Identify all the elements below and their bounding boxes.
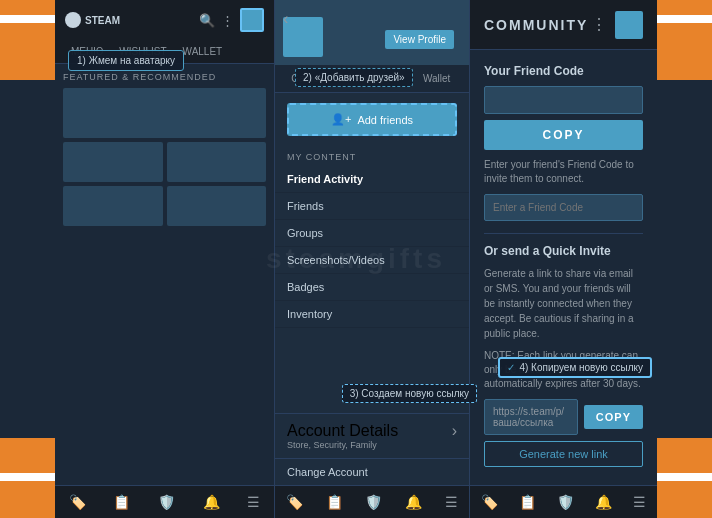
gift-decoration-tr [657, 0, 712, 80]
list-item-groups[interactable]: Groups [275, 220, 469, 247]
list-item-friends[interactable]: Friends [275, 193, 469, 220]
search-icon[interactable]: 🔍 [199, 13, 215, 28]
community-header: COMMUNITY ⋮ [470, 0, 657, 50]
community-bottom-nav: 🏷️ 📋 🛡️ 🔔 ☰ [470, 485, 657, 518]
bottom-nav-notifications[interactable]: 🔔 [203, 494, 220, 510]
featured-img-2 [63, 142, 163, 182]
topbar-icons: 🔍 ⋮ [199, 8, 264, 32]
annotation-1: 1) Жмем на аватарку [68, 50, 184, 71]
link-row: https://s.team/p/ваша/ссылка COPY [484, 399, 643, 435]
friend-code-title: Your Friend Code [484, 64, 643, 78]
community-title: COMMUNITY [484, 17, 591, 33]
view-profile-btn[interactable]: View Profile [385, 30, 454, 49]
annotation-3: 3) Создаем новую ссылку [342, 384, 477, 403]
add-friends-button[interactable]: 👤+ Add friends [287, 103, 457, 136]
bottom-nav-library[interactable]: 📋 [113, 494, 130, 510]
list-item-inventory[interactable]: Inventory [275, 301, 469, 328]
community-nav-library[interactable]: 📋 [519, 494, 536, 510]
featured-images [63, 88, 266, 226]
bottom-nav-menu[interactable]: ☰ [247, 494, 260, 510]
friend-code-desc: Enter your friend's Friend Code to invit… [484, 158, 643, 186]
back-button[interactable]: ‹ [283, 10, 288, 28]
community-content: Your Friend Code COPY Enter your friend'… [470, 50, 657, 485]
gift-decoration-br [657, 438, 712, 518]
featured-img-1 [63, 88, 266, 138]
featured-img-5 [167, 186, 267, 226]
list-item-badges[interactable]: Badges [275, 274, 469, 301]
quick-invite-title: Or send a Quick Invite [484, 244, 643, 258]
steam-logo: STEAM [65, 12, 120, 28]
middle-nav-store[interactable]: 🏷️ [286, 494, 303, 510]
enter-friend-code-input[interactable] [484, 194, 643, 221]
copy-link-btn[interactable]: COPY [584, 405, 643, 429]
featured-img-row-2 [63, 186, 266, 226]
community-nav-store[interactable]: 🏷️ [481, 494, 498, 510]
account-details-title: Account Details › [287, 422, 457, 440]
featured-img-4 [63, 186, 163, 226]
quick-invite-section: Or send a Quick Invite Generate a link t… [484, 244, 643, 467]
steam-title: STEAM [85, 15, 120, 26]
middle-nav-library[interactable]: 📋 [326, 494, 343, 510]
featured-img-3 [167, 142, 267, 182]
tab-wallet[interactable]: Wallet [404, 65, 469, 92]
main-container: STEAM 🔍 ⋮ МЕНЮ WISHLIST WALLET FEATURED … [55, 0, 657, 518]
add-friends-icon: 👤+ [331, 113, 351, 126]
section-divider [484, 233, 643, 234]
generate-link-btn[interactable]: Generate new link [484, 441, 643, 467]
community-menu-icon[interactable]: ⋮ [591, 15, 607, 34]
change-account-item[interactable]: Change Account [275, 458, 469, 485]
steam-topbar: STEAM 🔍 ⋮ [55, 0, 274, 40]
middle-nav-achievements[interactable]: 🛡️ [365, 494, 382, 510]
community-avatar[interactable] [615, 11, 643, 39]
my-content-label: MY CONTENT [275, 146, 469, 166]
content-list: Friend Activity Friends Groups Screensho… [275, 166, 469, 413]
account-details-subtitle: Store, Security, Family [287, 440, 457, 450]
account-arrow-icon: › [452, 422, 457, 440]
list-item-friend-activity[interactable]: Friend Activity [275, 166, 469, 193]
annotation-4: ✓4) Копируем новую ссылку [498, 357, 652, 378]
friend-code-input[interactable] [484, 86, 643, 114]
community-nav-achievements[interactable]: 🛡️ [557, 494, 574, 510]
link-url-display: https://s.team/p/ваша/ссылка [484, 399, 578, 435]
friend-code-section: Your Friend Code COPY Enter your friend'… [484, 64, 643, 221]
steam-logo-icon [65, 12, 81, 28]
annotation-2: 2) «Добавить друзей» [295, 68, 413, 87]
bottom-nav: 🏷️ 📋 🛡️ 🔔 ☰ [55, 485, 274, 518]
featured-label: FEATURED & RECOMMENDED [63, 72, 266, 82]
quick-invite-desc: Generate a link to share via email or SM… [484, 266, 643, 341]
right-panel: COMMUNITY ⋮ Your Friend Code COPY Enter … [470, 0, 657, 518]
bottom-nav-achievements[interactable]: 🛡️ [158, 494, 175, 510]
copy-friend-code-btn[interactable]: COPY [484, 120, 643, 150]
add-friends-label: Add friends [357, 114, 413, 126]
more-icon[interactable]: ⋮ [221, 13, 234, 28]
left-panel: STEAM 🔍 ⋮ МЕНЮ WISHLIST WALLET FEATURED … [55, 0, 275, 518]
featured-img-row [63, 142, 266, 182]
middle-nav-notifications[interactable]: 🔔 [405, 494, 422, 510]
profile-avatar [283, 17, 323, 57]
featured-section: FEATURED & RECOMMENDED [55, 64, 274, 485]
middle-panel: ‹ View Profile 2) «Добавить друзей» Game… [275, 0, 470, 518]
gift-decoration-bl [0, 438, 55, 518]
checkmark-icon: ✓ [507, 362, 515, 373]
bottom-nav-store[interactable]: 🏷️ [69, 494, 86, 510]
middle-bottom-nav: 🏷️ 📋 🛡️ 🔔 ☰ [275, 485, 469, 518]
gift-decoration-tl [0, 0, 55, 80]
community-nav-menu[interactable]: ☰ [633, 494, 646, 510]
account-details-item[interactable]: Account Details › Store, Security, Famil… [275, 413, 469, 458]
avatar[interactable] [240, 8, 264, 32]
community-nav-friends[interactable]: 🔔 [595, 494, 612, 510]
middle-nav-menu[interactable]: ☰ [445, 494, 458, 510]
list-item-screenshots[interactable]: Screenshots/Videos [275, 247, 469, 274]
